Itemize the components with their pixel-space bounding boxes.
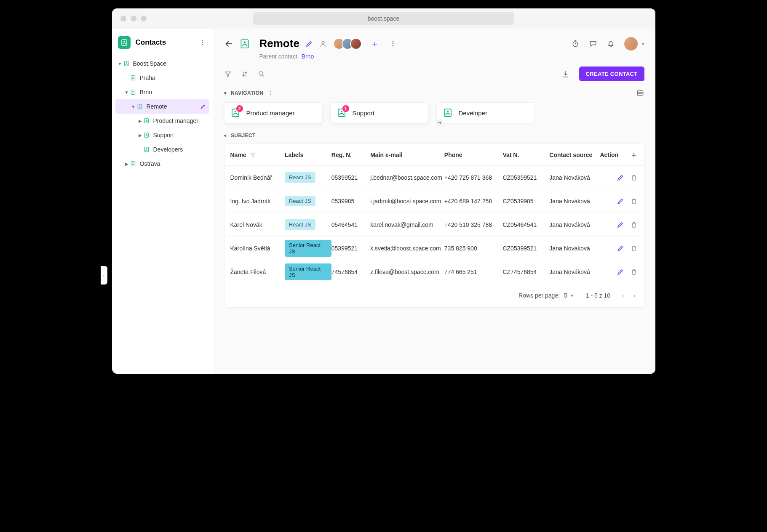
svg-rect-37: [444, 109, 451, 117]
bell-icon[interactable]: [607, 40, 615, 48]
contact-icon: 1: [337, 108, 347, 118]
tree-label: Support: [153, 132, 207, 138]
svg-rect-32: [637, 90, 643, 96]
create-contact-button[interactable]: CREATE CONTACT: [579, 66, 644, 81]
nav-card[interactable]: ↪Developer: [436, 102, 535, 123]
expand-icon[interactable]: ▶: [137, 133, 143, 138]
table-row[interactable]: Žaneta FilováSenior React JS74576854z.fi…: [224, 260, 644, 284]
label-chip[interactable]: Senior React JS: [285, 263, 331, 280]
svg-rect-21: [241, 40, 248, 48]
expand-icon[interactable]: ▼: [117, 61, 123, 66]
edit-row-button[interactable]: [617, 221, 624, 229]
tree-item[interactable]: ▶Support: [115, 128, 209, 142]
cell-source: Jana Nováková: [549, 198, 600, 205]
rows-per-page-select[interactable]: 5 ▼: [564, 292, 574, 299]
parent-link[interactable]: Brno: [302, 53, 314, 60]
cell-name: Karolína Světlá: [230, 245, 285, 252]
table-row[interactable]: Ing. Ivo JadrníkReact JS0539985i.jadrnik…: [224, 189, 644, 213]
edit-icon[interactable]: [200, 104, 207, 109]
col-source[interactable]: Contact source: [549, 152, 600, 158]
expand-icon[interactable]: ▶: [124, 162, 130, 166]
contacts-table: Name Labels Reg. N. Main e-mail Phone Va…: [224, 144, 644, 308]
sidebar-menu-icon[interactable]: [199, 39, 206, 46]
tree-item[interactable]: Developers: [115, 142, 209, 157]
delete-row-button[interactable]: [630, 197, 638, 205]
cell-actions: [600, 174, 638, 181]
col-phone[interactable]: Phone: [444, 152, 503, 158]
tree-label: Ostrava: [140, 160, 207, 167]
svg-point-23: [322, 41, 324, 43]
profile-dropdown-icon[interactable]: ▾: [642, 41, 644, 47]
url-bar[interactable]: boost.space: [253, 12, 514, 25]
chat-icon[interactable]: [589, 40, 597, 48]
filter-icon[interactable]: [250, 152, 256, 158]
section-toggle[interactable]: ▾: [224, 90, 227, 96]
expand-icon[interactable]: ▼: [124, 90, 130, 95]
expand-icon[interactable]: ▼: [131, 104, 136, 109]
view-layout-icon[interactable]: [636, 89, 644, 97]
add-column-button[interactable]: ＋: [630, 150, 638, 160]
edit-title-button[interactable]: [305, 40, 313, 48]
nav-card[interactable]: 2Product manager: [224, 102, 323, 123]
tree-item[interactable]: ▶Ostrava: [115, 157, 209, 171]
download-icon[interactable]: [561, 70, 570, 78]
edit-row-button[interactable]: [617, 245, 624, 252]
cell-phone: 774 665 251: [444, 269, 503, 275]
sort-icon[interactable]: [241, 70, 249, 78]
sidebar: Contacts ▼Boost.SpacePraha▼Brno▼Remote▶P…: [112, 29, 213, 374]
owner-icon[interactable]: [319, 40, 327, 48]
delete-row-button[interactable]: [630, 268, 638, 276]
page-menu-icon[interactable]: [390, 40, 396, 47]
tree-item[interactable]: ▼Boost.Space: [115, 56, 209, 71]
section-menu-icon[interactable]: [267, 90, 273, 96]
tree-item[interactable]: Praha: [115, 71, 209, 85]
svg-point-24: [392, 41, 393, 42]
parent-contact: Parent contact Brno: [259, 53, 644, 60]
section-toggle[interactable]: ▾: [224, 133, 227, 138]
cell-actions: [600, 268, 638, 276]
label-chip[interactable]: Senior React JS: [285, 240, 331, 257]
edit-row-button[interactable]: [617, 268, 624, 276]
label-chip[interactable]: React JS: [285, 196, 315, 206]
table-row[interactable]: Dominik BednářReact JS05399521j.bednar@b…: [224, 166, 644, 189]
filter-icon[interactable]: [224, 70, 232, 78]
col-vat[interactable]: Vat N.: [502, 152, 549, 158]
add-member-button[interactable]: ＋: [370, 37, 379, 50]
cell-regn: 05399521: [331, 174, 370, 181]
rows-per-page-label: Rows per page:: [518, 292, 560, 299]
col-name[interactable]: Name: [230, 152, 285, 158]
svg-rect-0: [122, 40, 127, 45]
col-regn[interactable]: Reg. N.: [331, 152, 370, 158]
edit-row-button[interactable]: [617, 174, 624, 181]
back-button[interactable]: [224, 39, 233, 48]
col-email[interactable]: Main e-mail: [370, 152, 444, 158]
cell-name: Žaneta Filová: [230, 269, 285, 275]
delete-row-button[interactable]: [630, 245, 638, 252]
profile-avatar[interactable]: [624, 37, 638, 51]
edit-row-button[interactable]: [617, 197, 624, 205]
timer-icon[interactable]: [571, 40, 580, 48]
section-title-subject: SUBJECT: [231, 133, 256, 138]
next-page-button[interactable]: ›: [633, 292, 636, 299]
window-controls[interactable]: [120, 16, 147, 21]
table-row[interactable]: Karel NovákReact JS05464541karel.novak@g…: [224, 213, 644, 237]
prev-page-button[interactable]: ‹: [622, 292, 624, 299]
table-row[interactable]: Karolína SvětláSenior React JS05399521k.…: [224, 237, 644, 260]
label-chip[interactable]: React JS: [285, 219, 315, 230]
tree-item[interactable]: ▼Remote: [115, 99, 209, 114]
expand-icon[interactable]: ▶: [137, 119, 143, 123]
svg-point-10: [132, 91, 134, 92]
tree-item[interactable]: ▼Brno: [115, 85, 209, 99]
col-labels[interactable]: Labels: [285, 152, 331, 158]
table-header: Name Labels Reg. N. Main e-mail Phone Va…: [224, 144, 644, 166]
delete-row-button[interactable]: [630, 174, 638, 181]
label-chip[interactable]: React JS: [285, 172, 315, 183]
delete-row-button[interactable]: [630, 221, 638, 229]
svg-point-14: [146, 120, 147, 121]
avatar[interactable]: [350, 38, 362, 50]
nav-card[interactable]: 1Support: [330, 102, 429, 123]
member-avatars[interactable]: [333, 38, 362, 50]
svg-point-34: [234, 111, 236, 112]
tree-item[interactable]: ▶Product manager: [115, 114, 209, 128]
search-icon[interactable]: [258, 70, 265, 78]
